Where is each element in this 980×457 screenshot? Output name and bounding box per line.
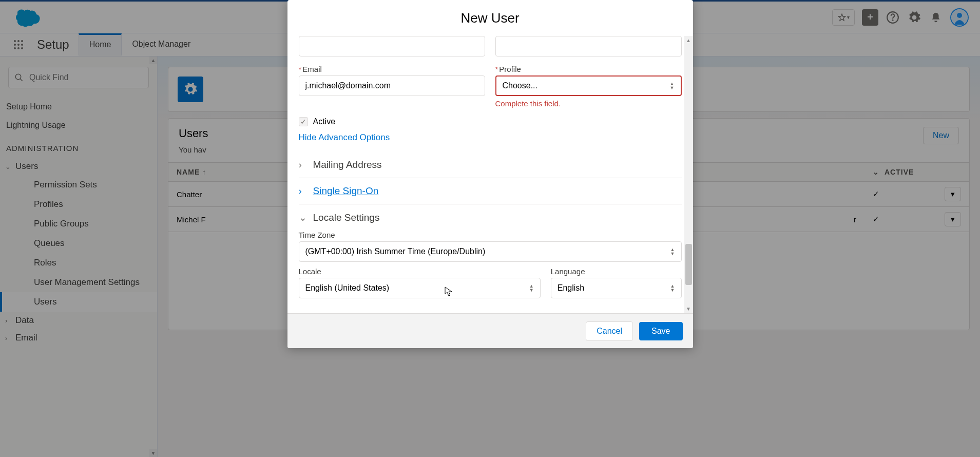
select-spinner-icon: ▲▼ [529,284,534,292]
section-label: Locale Settings [313,212,380,223]
email-label: *Email [299,65,485,73]
timezone-label: Time Zone [299,231,682,239]
chevron-right-icon: › [299,185,307,197]
active-checkbox[interactable]: ✓ [299,117,308,126]
prev-input-placeholder [299,36,485,56]
save-button[interactable]: Save [639,322,682,340]
profile-label: *Profile [495,65,682,73]
section-label: Single Sign-On [313,185,379,197]
modal-footer: Cancel Save [287,313,693,348]
locale-label: Locale [299,267,541,276]
language-value: English [558,283,584,293]
active-label: Active [313,117,336,126]
section-locale-settings[interactable]: ⌄ Locale Settings [299,204,682,231]
profile-value: Choose... [503,81,537,90]
select-spinner-icon: ▲▼ [670,284,675,292]
select-spinner-icon: ▲▼ [670,82,675,90]
profile-error-message: Complete this field. [495,99,682,108]
select-spinner-icon: ▲▼ [670,247,675,256]
active-checkbox-row[interactable]: ✓ Active [299,117,682,126]
section-label: Mailing Address [313,159,382,170]
profile-field-group: *Profile Choose... ▲▼ Complete this fiel… [495,65,682,108]
language-label: Language [551,267,682,276]
email-input[interactable] [299,75,485,96]
profile-select[interactable]: Choose... ▲▼ [495,75,682,96]
section-mailing-address[interactable]: › Mailing Address [299,152,682,178]
locale-value: English (United States) [305,283,390,293]
modal-body: *Email *Profile Choose... ▲▼ Complete th… [287,36,693,313]
scroll-thumb[interactable] [685,244,692,285]
timezone-value: (GMT+00:00) Irish Summer Time (Europe/Du… [305,247,486,256]
modal-scrollbar[interactable]: ▲ ▼ [684,36,693,313]
section-sso[interactable]: › Single Sign-On [299,178,682,204]
modal-title: New User [287,0,693,36]
prev-input-placeholder [495,36,682,56]
chevron-down-icon: ⌄ [299,212,307,223]
scroll-down-arrow[interactable]: ▼ [684,304,693,313]
locale-select[interactable]: English (United States) ▲▼ [299,278,541,298]
scroll-up-arrow[interactable]: ▲ [684,36,693,45]
chevron-right-icon: › [299,159,307,170]
cancel-button[interactable]: Cancel [586,321,633,341]
hide-advanced-link[interactable]: Hide Advanced Options [299,132,390,143]
email-field-group: *Email [299,65,485,108]
new-user-modal: New User *Email *Profile Choose... ▲▼ Co… [287,0,693,348]
timezone-select[interactable]: (GMT+00:00) Irish Summer Time (Europe/Du… [299,241,682,262]
language-select[interactable]: English ▲▼ [551,278,682,298]
